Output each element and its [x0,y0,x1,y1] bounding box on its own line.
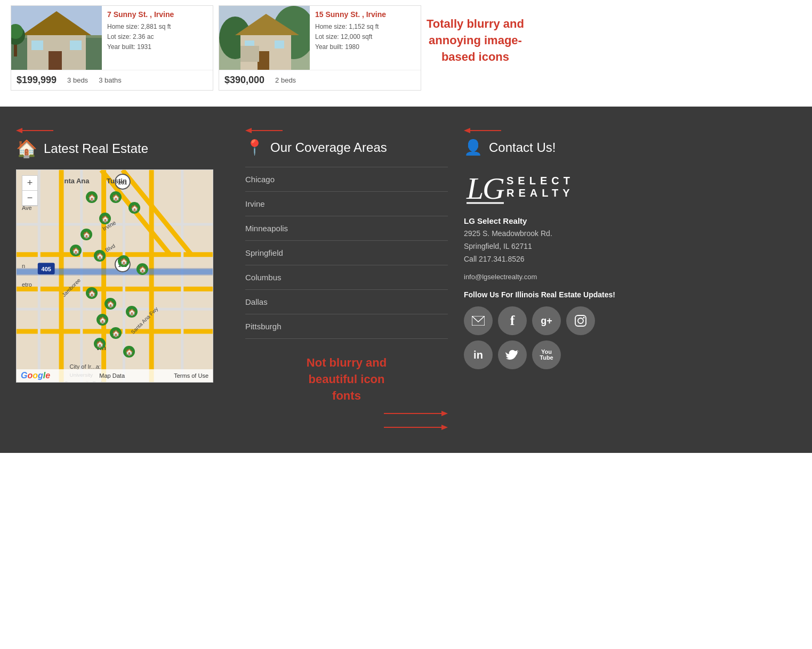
map-title-text: Latest Real Estate [44,141,148,156]
svg-marker-22 [16,128,22,133]
social-facebook-button[interactable]: f [498,306,527,335]
svg-text:🏠: 🏠 [120,257,128,265]
coverage-item-pittsburgh[interactable]: Pittsburgh [245,314,448,339]
address-line-2: Springfield, IL 62711 [464,242,532,250]
social-grid: f g+ in [464,306,796,369]
terms-of-use-link[interactable]: Terms of Use [174,372,208,379]
svg-text:🏠: 🏠 [139,265,147,273]
coverage-item-irvine[interactable]: Irvine [245,192,448,216]
listing-home-size-2: Home size: 1,152 sq ft [315,22,415,32]
map-pin-13: 🏠 [97,314,108,329]
map-pin-11: 🏠 [104,298,116,313]
listing-image-1 [11,6,102,70]
facebook-icon: f [510,313,515,329]
social-email-button[interactable] [464,306,493,335]
svg-point-104 [578,318,583,323]
contact-title-text: Contact Us! [489,140,556,155]
listing-price-2: $390,000 [224,75,264,86]
instagram-icon [574,314,587,327]
listing-top-row-1: 7 Sunny St. , Irvine Home size: 2,881 sq… [11,6,213,70]
blurry-annotation-text: Totally blurry andannoying image-based i… [427,5,524,65]
arrow-svg-map [16,125,53,136]
map-container[interactable]: 405 133 261 nta Ana Tustin Ave n etro Ir… [16,169,213,383]
coverage-item-springfield[interactable]: Springfield [245,241,448,265]
map-pins-layer: 🏠 🏠 🏠 🏠 🏠 🏠 [17,170,213,382]
zoom-in-button[interactable]: + [22,176,37,191]
svg-text:🏠: 🏠 [101,215,109,223]
svg-text:🏠: 🏠 [99,316,107,324]
listings-section: 7 Sunny St. , Irvine Home size: 2,881 sq… [0,0,812,101]
map-pin-5: 🏠 [81,229,92,244]
logo-area: L G SELECT REALTY [464,167,796,207]
svg-marker-94 [441,411,448,416]
listing-title-2: 15 Sunny St. , Irvine [315,10,415,19]
map-pin-2: 🏠 [110,191,122,206]
social-linkedin-button[interactable]: in [464,340,493,369]
listing-card-1[interactable]: 7 Sunny St. , Irvine Home size: 2,881 sq… [11,5,213,91]
svg-text:🏠: 🏠 [125,348,133,356]
svg-rect-19 [275,40,284,48]
svg-rect-5 [49,51,62,70]
map-section-title: 🏠 Latest Real Estate [16,139,229,159]
page-wrapper: 7 Sunny St. , Irvine Home size: 2,881 sq… [0,0,812,453]
svg-text:🏠: 🏠 [107,300,115,308]
arrow-contact [464,123,796,139]
blurry-annotation-area: Totally blurry andannoying image-based i… [427,5,801,91]
listing-price-1: $199,999 [17,75,57,86]
listing-beds-2: 2 beds [275,76,296,84]
svg-text:🏠: 🏠 [112,329,120,337]
social-instagram-button[interactable] [566,306,595,335]
map-pin-3: 🏠 [128,202,140,217]
svg-rect-6 [31,40,43,50]
map-controls[interactable]: + − [22,175,38,206]
right-arrows [245,409,448,432]
not-blurry-annotation-text: Not blurry andbeautiful iconfonts [245,355,448,404]
company-name: LG Select Realty [464,216,796,225]
contact-address: 2925 S. Meadowbrook Rd. Springfield, IL … [464,228,796,265]
map-pin-7: 🏠 [94,250,106,265]
svg-text:🏠: 🏠 [88,193,96,201]
social-googleplus-button[interactable]: g+ [532,306,561,335]
svg-rect-17 [258,51,269,70]
svg-text:🏠: 🏠 [88,289,96,297]
col-coverage: 📍 Our Coverage Areas Chicago Irvine Minn… [245,123,448,432]
listing-year-built-1: Year built: 1931 [107,42,207,52]
svg-text:🏠: 🏠 [128,308,136,316]
listing-top-row-2: 15 Sunny St. , Irvine Home size: 1,152 s… [219,6,421,70]
google-logo: Google [21,371,50,380]
youtube-icon: YouTube [540,349,553,361]
coverage-list: Chicago Irvine Minneapolis Springfield C… [245,167,448,339]
coverage-item-minneapolis[interactable]: Minneapolis [245,216,448,241]
social-twitter-button[interactable] [498,340,527,369]
map-pin-15: 🏠 [94,338,106,353]
listing-lot-size-1: Lot size: 2.36 ac [107,32,207,42]
email: info@lgselectrealty.com [464,273,796,281]
social-youtube-button[interactable]: YouTube [532,340,561,369]
contact-section-title: 👤 Contact Us! [464,139,796,156]
logo-text: SELECT REALTY [507,175,574,199]
coverage-title-text: Our Coverage Areas [270,140,387,155]
map-footer: Google Map Data Terms of Use [17,369,213,382]
follow-title: Follow Us For Illinois Real Estate Updat… [464,290,796,299]
listing-card-2[interactable]: 15 Sunny St. , Irvine Home size: 1,152 s… [219,5,421,91]
coverage-item-chicago[interactable]: Chicago [245,167,448,192]
social-row-2: in YouTube [464,340,796,369]
col-contact: 👤 Contact Us! L G SELECT REALTY [464,123,796,432]
zoom-out-button[interactable]: − [22,191,37,206]
googleplus-icon: g+ [541,315,552,327]
coverage-item-columbus[interactable]: Columbus [245,265,448,290]
logo-realty-text: REALTY [507,187,574,199]
logo-select-text: SELECT [507,175,574,187]
arrow-map [16,123,229,139]
arrow-coverage [245,123,448,139]
not-blurry-annotation-area: Not blurry andbeautiful iconfonts [245,355,448,432]
coverage-item-dallas[interactable]: Dallas [245,290,448,314]
map-pin-1: 🏠 [86,191,98,206]
listing-info-1: 7 Sunny St. , Irvine Home size: 2,881 sq… [102,6,213,70]
linkedin-icon: in [473,349,483,361]
svg-text:🏠: 🏠 [83,231,91,239]
svg-text:G: G [483,171,505,206]
svg-text:🏠: 🏠 [96,252,104,260]
spacer [0,101,812,107]
col-map: 🏠 Latest Real Estate [16,123,229,432]
